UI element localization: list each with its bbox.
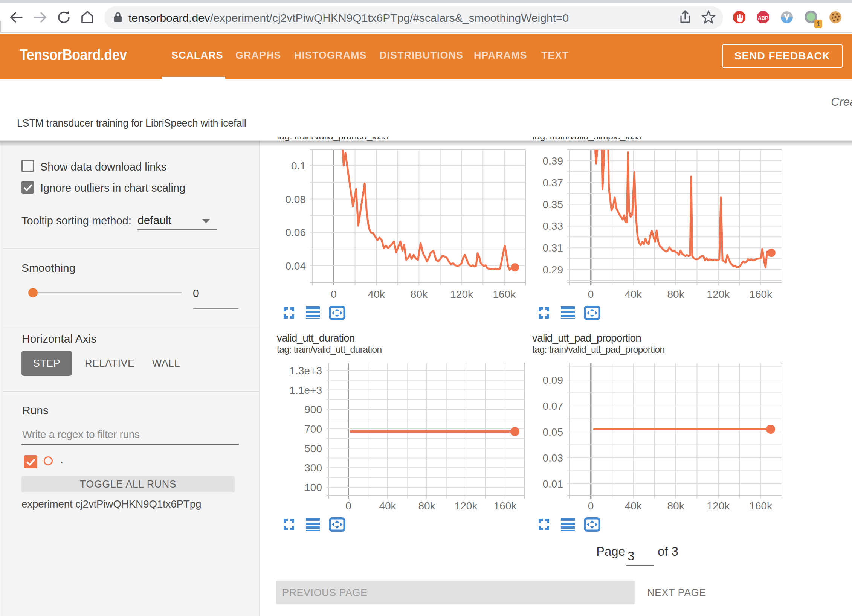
svg-text:40k: 40k [368,288,385,300]
svg-text:40k: 40k [379,500,396,512]
svg-text:0: 0 [588,500,594,512]
svg-text:900: 900 [304,404,322,415]
svg-text:160k: 160k [749,500,773,512]
svg-text:40k: 40k [625,288,642,300]
svg-text:160k: 160k [494,500,517,512]
svg-text:0: 0 [345,500,351,512]
svg-text:40k: 40k [625,500,642,512]
svg-text:0.33: 0.33 [543,220,563,232]
svg-text:0.04: 0.04 [286,260,306,272]
svg-text:80k: 80k [667,500,685,512]
svg-text:80k: 80k [667,288,685,300]
svg-text:0.35: 0.35 [543,199,563,210]
svg-text:1.3e+3: 1.3e+3 [290,365,322,377]
svg-text:500: 500 [304,443,322,454]
svg-text:300: 300 [304,462,322,474]
svg-text:0.08: 0.08 [286,194,306,205]
svg-text:0.07: 0.07 [543,400,563,412]
svg-text:0.01: 0.01 [543,478,563,490]
svg-text:100: 100 [304,482,322,493]
svg-text:160k: 160k [493,288,516,300]
svg-text:0: 0 [331,288,337,300]
svg-text:0.06: 0.06 [286,227,306,238]
svg-text:0.09: 0.09 [543,374,563,386]
svg-text:ABP: ABP [758,15,768,21]
svg-text:0.05: 0.05 [543,426,563,438]
svg-text:700: 700 [304,423,322,435]
svg-text:0: 0 [588,288,594,300]
svg-text:0.29: 0.29 [543,264,563,276]
svg-text:1: 1 [817,20,820,27]
svg-text:120k: 120k [707,500,730,512]
svg-text:120k: 120k [455,500,478,512]
svg-text:0.03: 0.03 [543,452,563,464]
svg-text:0.1: 0.1 [291,160,306,172]
svg-text:80k: 80k [418,500,435,512]
svg-text:80k: 80k [411,288,428,300]
svg-text:0.37: 0.37 [543,177,563,189]
svg-text:0.31: 0.31 [543,242,563,254]
svg-text:0.39: 0.39 [543,155,563,167]
svg-text:160k: 160k [749,288,773,300]
svg-text:1.1e+3: 1.1e+3 [290,384,322,396]
svg-text:120k: 120k [707,288,730,300]
svg-text:120k: 120k [450,288,473,300]
